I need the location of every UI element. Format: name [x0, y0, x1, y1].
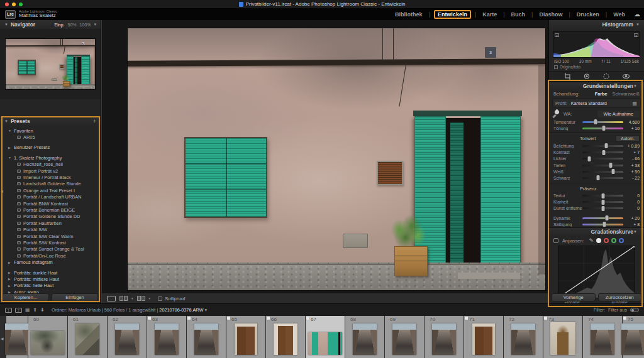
loupe-view-icon[interactable] — [107, 296, 116, 301]
filmstrip-cell-66[interactable]: 66 — [266, 316, 305, 358]
navigator-zoom-50[interactable]: 50% — [68, 23, 77, 27]
slider-track-kontrast[interactable] — [582, 151, 623, 153]
pick-flag-icon[interactable] — [187, 317, 191, 320]
slider-track-weiß[interactable] — [582, 171, 623, 173]
filmstrip-thumbnail[interactable] — [155, 323, 179, 355]
slider-knob-schwarz[interactable] — [597, 175, 600, 180]
filmstrip-thumbnail[interactable] — [432, 323, 456, 355]
slider-track-schwarz[interactable] — [582, 177, 623, 179]
filmstrip-cell-edge[interactable] — [6, 316, 28, 358]
filmstrip-cell-63[interactable]: 63 — [147, 316, 186, 358]
preset-item-landschaft-goldene-stunde[interactable]: Landschaft Goldene Stunde — [0, 181, 101, 187]
module-tab-buch[interactable]: Buch — [509, 11, 528, 18]
module-tab-bibliothek[interactable]: Bibliothek — [392, 11, 425, 18]
filmstrip-thumbnail[interactable] — [115, 323, 139, 355]
slider-knob-dynamik[interactable] — [606, 215, 609, 220]
filmstrip-thumbnail[interactable] — [550, 322, 575, 355]
expand-triangle-icon[interactable]: ▶ — [8, 146, 11, 149]
expand-triangle-icon[interactable]: ▶ — [8, 261, 11, 264]
filter-switch[interactable] — [630, 308, 639, 312]
filmstrip-cell-65[interactable]: 65 — [226, 316, 265, 358]
filmstrip-cell-75[interactable]: 75 — [623, 316, 644, 358]
primary-monitor-icon[interactable]: 1 — [5, 308, 12, 313]
navigator-zoom-100[interactable]: 100% — [80, 23, 91, 27]
expand-triangle-icon[interactable]: ▶ — [8, 284, 11, 288]
slider-knob-klarheit[interactable] — [601, 200, 604, 205]
preset-item-porträt-sunset-orange-teal[interactable]: Porträt Sunset Orange & Teal — [0, 246, 101, 252]
secondary-monitor-icon[interactable]: 2 — [15, 308, 22, 313]
pick-flag-icon[interactable] — [306, 317, 309, 320]
filmstrip-thumbnail[interactable] — [194, 323, 218, 355]
softproof-toggle[interactable]: Softproof — [158, 296, 185, 301]
go-forward-icon[interactable]: ⬇ — [40, 307, 45, 313]
preset-item-interieur-porträt-black[interactable]: Interieur / Porträt Black — [0, 174, 101, 180]
preset-item-porträt-hautfarben[interactable]: Porträt Hautfarben — [0, 220, 101, 226]
previous-button[interactable]: Vorherige — [552, 293, 596, 301]
before-after-tb-icon[interactable] — [137, 296, 145, 301]
slider-knob-textur[interactable] — [601, 193, 604, 198]
cloud-sync-icon[interactable]: ☁ — [634, 11, 640, 18]
before-after-lr-icon[interactable] — [119, 296, 128, 301]
curve-channel-red-icon[interactable] — [604, 238, 609, 243]
filmstrip-thumbnail[interactable] — [392, 323, 416, 355]
module-tab-diashow[interactable]: Diashow — [536, 11, 565, 18]
curve-edit-pencil-icon[interactable]: ✎ — [589, 237, 594, 244]
slider-knob-tönung[interactable] — [602, 126, 605, 131]
preset-item-porträt-s-w-kontrast[interactable]: Porträt S/W Kontrast — [0, 239, 101, 246]
filmstrip-thumbnail[interactable] — [621, 323, 644, 355]
filmstrip-thumbnail[interactable] — [31, 331, 65, 355]
preset-item-porträt-s-w[interactable]: Porträt S/W — [0, 226, 101, 232]
navigator-thumbnail[interactable]: 3 — [6, 39, 95, 89]
collapse-left-panel-arrow[interactable]: ◂ — [1, 188, 3, 194]
navigator-panel-header[interactable]: ▼ Navigator Einp.50%100%▾ — [0, 20, 101, 29]
slider-knob-dunst-entfernen[interactable] — [601, 206, 604, 211]
preset-group-porträts-helle-haut[interactable]: ▶ Porträts: helle Haut — [0, 283, 101, 289]
preset-item-hochzeit-rose-hell[interactable]: Hochzeit_rose_hell — [0, 161, 101, 168]
preset-item-porträt-bnw-kontrast[interactable]: Porträt BNW Kontrast — [0, 200, 101, 207]
slider-knob-lichter[interactable] — [588, 156, 591, 161]
preset-group-famous-instagram[interactable]: ▶ Famous Instagram — [0, 259, 101, 265]
profile-browser-icon[interactable]: ▦ — [632, 100, 638, 106]
filmstrip-cell-72[interactable]: 72 — [504, 316, 543, 358]
profile-row[interactable]: Profil: Kamera Standard ▦ — [552, 99, 641, 107]
slider-track-textur[interactable] — [582, 195, 623, 197]
add-preset-button[interactable]: + — [93, 118, 96, 124]
tone-curve-panel-header[interactable]: Gradationskurve ▼ — [549, 227, 644, 236]
chevron-down-icon[interactable]: ▾ — [131, 296, 133, 300]
filmstrip-cell-74[interactable]: 74 — [583, 316, 622, 358]
slider-knob-tiefen[interactable] — [609, 163, 612, 168]
filmstrip-cell-60[interactable]: 60 — [28, 316, 67, 358]
highlight-clipping-indicator-icon[interactable]: ▲ — [634, 33, 638, 37]
filmstrip-thumbnail[interactable] — [274, 323, 297, 355]
minimize-window-button[interactable] — [12, 3, 16, 6]
masking-tool-icon[interactable] — [602, 73, 611, 80]
curve-channel-blue-icon[interactable] — [619, 238, 624, 243]
preset-item-orange-and-teal-preset-i[interactable]: Orange and Teal Preset I — [0, 187, 101, 193]
original-photo-toggle[interactable]: Originalfoto — [549, 63, 644, 71]
chevron-down-icon[interactable]: ▾ — [149, 296, 151, 300]
filmstrip-cell-71[interactable]: 71 — [464, 316, 503, 358]
preset-item-import-porträt-v2[interactable]: Import Porträt v2 — [0, 168, 101, 174]
filmstrip-source-info[interactable]: Ordner: Mallorca Urlaub | 560 Fotos / 1 … — [52, 307, 207, 313]
module-tab-entwickeln[interactable]: Entwickeln — [434, 10, 471, 19]
softproof-checkbox[interactable] — [158, 296, 162, 301]
slider-knob-temperatur[interactable] — [594, 119, 597, 124]
slider-knob-kontrast[interactable] — [602, 150, 606, 155]
red-eye-tool-icon[interactable] — [621, 73, 631, 80]
filmstrip-thumbnail[interactable] — [353, 323, 377, 355]
crop-tool-icon[interactable] — [563, 73, 572, 80]
paste-settings-button[interactable]: Einfügen — [52, 293, 98, 301]
slider-track-temperatur[interactable] — [582, 121, 623, 123]
preset-group-benutzer-presets[interactable]: ▶ Benutzer-Presets — [0, 144, 101, 151]
preset-group-favoriten[interactable]: ▼ Favoriten — [0, 127, 101, 134]
expand-triangle-icon[interactable]: ▶ — [8, 277, 11, 281]
filmstrip-thumbnail[interactable] — [591, 323, 614, 355]
profile-value[interactable]: Kamera Standard — [571, 100, 607, 106]
preset-group-1-skaletz-photography[interactable]: ▼ 1. Skaletz Photography — [0, 155, 101, 161]
pick-flag-icon[interactable] — [465, 317, 468, 320]
curve-channel-all-icon[interactable] — [596, 238, 601, 243]
targeted-adjustment-icon[interactable] — [553, 238, 558, 243]
preset-group-porträts-dunkle-haut[interactable]: ▶ Porträts: dunkle Haut — [0, 269, 101, 276]
expand-triangle-icon[interactable]: ▶ — [8, 271, 11, 274]
preset-item-ar05[interactable]: AR05 — [0, 134, 101, 140]
